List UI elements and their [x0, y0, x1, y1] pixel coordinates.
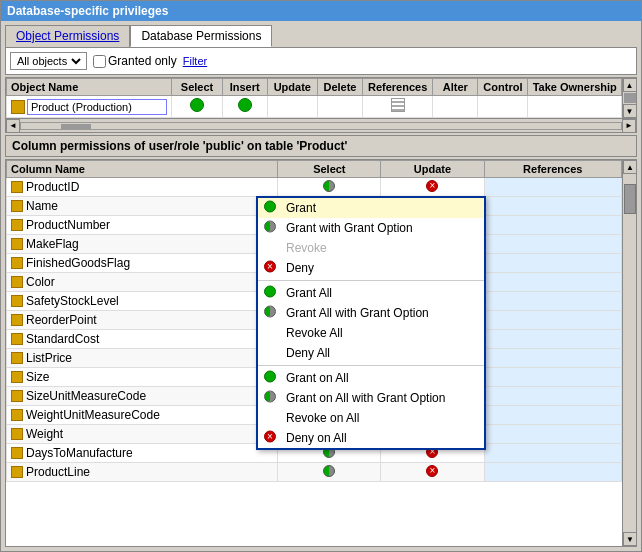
- tabs-container: Object Permissions Database Permissions: [1, 21, 641, 47]
- references-cell[interactable]: [484, 178, 622, 197]
- menu-item-grant-label: Grant: [286, 201, 316, 215]
- menu-item-revoke[interactable]: Revoke: [258, 238, 484, 258]
- hscroll-thumb: [61, 124, 91, 130]
- references-cell[interactable]: [484, 273, 622, 292]
- references-cell[interactable]: [484, 254, 622, 273]
- col-name-cell: ProductNumber: [7, 216, 278, 235]
- table-row: ProductLine×: [7, 463, 622, 482]
- menu-item-revoke-all[interactable]: Revoke All: [258, 323, 484, 343]
- update-cell[interactable]: ×: [381, 463, 484, 482]
- hscroll-right-btn[interactable]: ►: [622, 119, 636, 133]
- lower-scrollbar-vertical[interactable]: ▲ ▼: [622, 160, 636, 546]
- update-cell[interactable]: [267, 96, 317, 118]
- references-cell[interactable]: [484, 330, 622, 349]
- references-cell[interactable]: [484, 368, 622, 387]
- tab-database-permissions[interactable]: Database Permissions: [130, 25, 272, 47]
- column-name-text: WeightUnitMeasureCode: [26, 408, 160, 422]
- references-cell[interactable]: [484, 349, 622, 368]
- row-icon: [11, 352, 23, 364]
- upper-table-wrapper: Object Name Select Insert Update Delete …: [6, 78, 636, 118]
- object-name-input[interactable]: [27, 99, 167, 115]
- title-text: Database-specific privileges: [7, 4, 168, 18]
- references-cell[interactable]: [484, 235, 622, 254]
- insert-cell[interactable]: [222, 96, 267, 118]
- column-name-text: Color: [26, 275, 55, 289]
- delete-cell[interactable]: [317, 96, 362, 118]
- menu-item-deny[interactable]: Deny: [258, 258, 484, 278]
- select-cell[interactable]: [278, 178, 381, 197]
- references-cell[interactable]: [484, 387, 622, 406]
- select-cell[interactable]: [172, 96, 222, 118]
- column-name-text: ProductID: [26, 180, 79, 194]
- row-icon: [11, 466, 23, 478]
- deny-icon: [264, 261, 276, 276]
- references-cell[interactable]: [484, 311, 622, 330]
- hscroll-track: [20, 122, 622, 130]
- col-name-cell: ReorderPoint: [7, 311, 278, 330]
- control-cell[interactable]: [478, 96, 528, 118]
- references-cell[interactable]: [484, 444, 622, 463]
- rs-down-btn[interactable]: ▼: [623, 532, 637, 546]
- references-cell[interactable]: [484, 463, 622, 482]
- references-cell[interactable]: [363, 96, 433, 118]
- ownership-cell[interactable]: [528, 96, 622, 118]
- lower-col-update: Update: [381, 161, 484, 178]
- col-update: Update: [267, 79, 317, 96]
- menu-item-grant[interactable]: Grant: [258, 198, 484, 218]
- menu-item-grant-all[interactable]: Grant All: [258, 283, 484, 303]
- col-delete: Delete: [317, 79, 362, 96]
- references-cell[interactable]: [484, 425, 622, 444]
- menu-item-grant-all-option[interactable]: Grant All with Grant Option: [258, 303, 484, 323]
- alter-cell[interactable]: [433, 96, 478, 118]
- upper-scrollbar-horizontal[interactable]: ◄ ►: [6, 118, 636, 132]
- upper-table-section: Object Name Select Insert Update Delete …: [5, 77, 637, 133]
- context-menu: Grant Grant with Grant Option Revoke Den…: [256, 196, 486, 450]
- references-cell[interactable]: [484, 292, 622, 311]
- row-icon: [11, 200, 23, 212]
- col-name-cell: Weight: [7, 425, 278, 444]
- row-icon: [11, 314, 23, 326]
- col-name-cell: WeightUnitMeasureCode: [7, 406, 278, 425]
- menu-item-deny-all[interactable]: Deny All: [258, 343, 484, 363]
- grant-option-icon: [264, 221, 276, 236]
- upper-scrollbar-vertical[interactable]: ▲ ▼: [622, 78, 636, 118]
- filter-link[interactable]: Filter: [183, 55, 207, 67]
- lower-col-references: References: [484, 161, 622, 178]
- menu-item-revoke-on-all[interactable]: Revoke on All: [258, 408, 484, 428]
- menu-item-grant-on-all-option[interactable]: Grant on All with Grant Option: [258, 388, 484, 408]
- column-name-text: SizeUnitMeasureCode: [26, 389, 146, 403]
- col-name-cell: ProductLine: [7, 463, 278, 482]
- col-name-cell: SafetyStockLevel: [7, 292, 278, 311]
- object-name-cell: [7, 96, 172, 118]
- menu-item-deny-on-all[interactable]: Deny on All: [258, 428, 484, 448]
- scroll-up-btn[interactable]: ▲: [623, 78, 637, 92]
- scroll-thumb: [624, 93, 636, 103]
- column-name-text: ProductLine: [26, 465, 90, 479]
- col-name-cell: ProductID: [7, 178, 278, 197]
- granted-only-checkbox[interactable]: [93, 55, 106, 68]
- references-cell[interactable]: [484, 197, 622, 216]
- update-cell[interactable]: ×: [381, 178, 484, 197]
- column-name-text: ListPrice: [26, 351, 72, 365]
- row-icon: [11, 181, 23, 193]
- references-cell[interactable]: [484, 406, 622, 425]
- rs-track: [623, 174, 636, 532]
- tab-object-permissions[interactable]: Object Permissions: [5, 25, 130, 47]
- object-type-dropdown[interactable]: All objects: [10, 52, 87, 70]
- object-type-select[interactable]: All objects: [13, 54, 84, 68]
- scroll-down-btn[interactable]: ▼: [623, 104, 637, 118]
- insert-dot: [238, 98, 252, 112]
- row-icon: [11, 409, 23, 421]
- col-ownership: Take Own­ership: [528, 79, 622, 96]
- menu-item-grant-with-option[interactable]: Grant with Grant Option: [258, 218, 484, 238]
- column-name-text: Name: [26, 199, 58, 213]
- select-cell[interactable]: [278, 463, 381, 482]
- references-cell[interactable]: [484, 216, 622, 235]
- rs-up-btn[interactable]: ▲: [623, 160, 637, 174]
- menu-item-grant-on-all[interactable]: Grant on All: [258, 368, 484, 388]
- hscroll-left-btn[interactable]: ◄: [6, 119, 20, 133]
- col-select: Select: [172, 79, 222, 96]
- update-dot: ×: [426, 180, 438, 192]
- menu-item-revoke-label: Revoke: [286, 241, 327, 255]
- row-icon: [11, 276, 23, 288]
